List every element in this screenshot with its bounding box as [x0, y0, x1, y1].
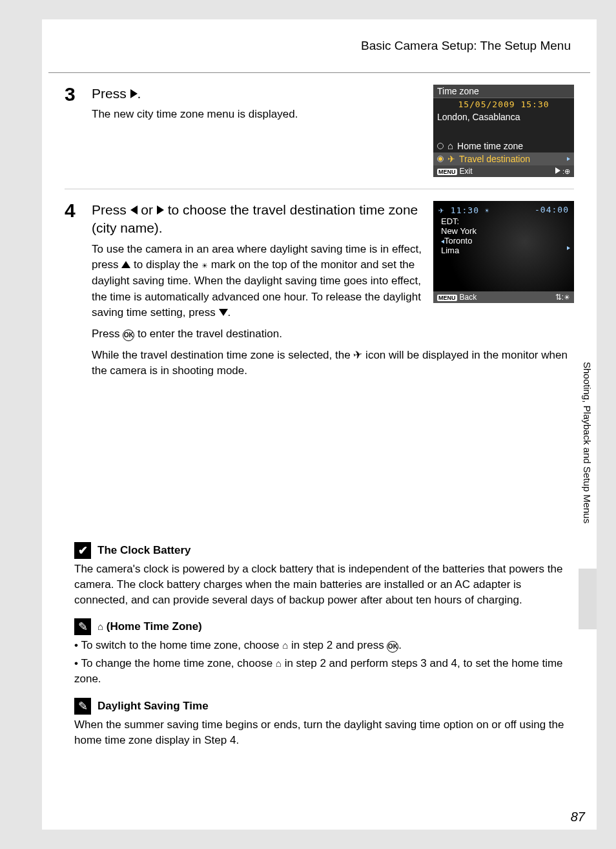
step-3-body: The new city time zone menu is displayed…	[92, 107, 422, 123]
menu-badge-icon: MENU	[437, 295, 457, 301]
note-clock-battery-text: The camera's clock is powered by a clock…	[74, 561, 564, 608]
step-4-para3: While the travel destination time zone i…	[92, 348, 574, 379]
lcd2-footer: MENUBack ⇅:☀	[433, 291, 574, 303]
right-arrow-icon	[130, 89, 138, 98]
step3-title-pre: Press	[92, 86, 130, 101]
p1d: .	[228, 306, 231, 319]
step-3: 3 Press . The new city time zone menu is…	[65, 73, 574, 189]
lcd2-offset: -04:00	[535, 205, 569, 215]
note-home-list: To switch to the home time zone, choose …	[74, 638, 564, 687]
ok-button-icon: OK	[123, 330, 134, 341]
lcd2-city: New York	[433, 226, 574, 236]
lcd-datetime: 15/05/2009 15:30	[433, 98, 574, 110]
home-title: (Home Time Zone)	[103, 620, 202, 633]
step-number: 4	[65, 201, 80, 384]
right-arrow-icon	[157, 205, 164, 215]
lcd-travel-label: Travel destination	[459, 154, 530, 164]
list-item: To switch to the home time zone, choose …	[74, 638, 564, 653]
step-4-title: Press or to choose the travel destinatio…	[92, 201, 422, 238]
plane-icon: ✈	[438, 205, 451, 215]
lcd-timezone-menu: Time zone 15/05/2009 15:30 London, Casab…	[433, 85, 574, 177]
dst-icon: ☀	[201, 262, 208, 269]
lcd2-tzname: EDT:	[433, 216, 574, 226]
manual-page: Basic Camera Setup: The Setup Menu 3 Pre…	[42, 19, 597, 830]
note-dst-heading: Daylight Saving Time	[74, 698, 564, 715]
lcd2-city2-label: Toronto	[444, 236, 472, 246]
p2b: to enter the travel destination.	[134, 328, 282, 340]
home-icon: ⌂	[98, 621, 103, 632]
plane-icon: ✈	[447, 154, 455, 164]
lcd2-back-label: Back	[460, 293, 477, 302]
li1c: .	[398, 639, 402, 651]
note-home-zone-heading: ⌂ (Home Time Zone)	[74, 618, 564, 635]
down-arrow-icon	[219, 309, 228, 316]
left-arrow-icon	[130, 205, 138, 215]
note-clock-battery-heading: ✔ The Clock Battery	[74, 542, 564, 559]
ok-button-icon: OK	[387, 641, 398, 653]
lcd2-city: Toronto	[433, 236, 574, 246]
lcd-worldmap: ✈ 11:30 ☀ -04:00 EDT: New York Toronto L…	[433, 201, 574, 303]
dst-title: Daylight Saving Time	[98, 700, 209, 713]
right-arrow-white-icon	[555, 167, 560, 174]
lcd-home-label: Home time zone	[457, 141, 523, 151]
step-4-para2: Press OK to enter the travel destination…	[92, 326, 574, 342]
note-icon	[74, 698, 91, 715]
breadcrumb: Basic Camera Setup: The Setup Menu	[42, 39, 597, 53]
lcd-title: Time zone	[433, 85, 574, 98]
lcd-city: London, Casablanca	[433, 110, 574, 123]
li2a: To change the home time zone, choose	[81, 657, 275, 669]
globe-icon: :⊕	[560, 167, 570, 175]
lcd-home-option: ⌂ Home time zone	[433, 139, 574, 152]
home-icon: ⌂	[276, 658, 282, 669]
right-arrow-small-icon	[567, 246, 570, 250]
p1b: to display the	[130, 258, 201, 271]
step-4-para1: To use the camera in an area where dayli…	[92, 242, 422, 321]
lcd-footer: MENUExit :⊕	[433, 165, 574, 177]
li1b: in step 2 and press	[288, 639, 387, 651]
step3-title-post: .	[138, 86, 141, 101]
step-3-title: Press .	[92, 85, 422, 103]
clock-title: The Clock Battery	[98, 544, 191, 557]
home-icon: ⌂	[282, 640, 288, 651]
lcd-travel-option: ✈ Travel destination	[433, 152, 574, 165]
note-dst-text: When the summer saving time begins or en…	[74, 717, 564, 748]
lcd-exit-label: Exit	[460, 167, 473, 176]
updown-dst-icon: ⇅:☀	[555, 293, 570, 302]
t4p1: Press	[92, 202, 130, 217]
caution-icon: ✔	[74, 542, 91, 559]
right-arrow-small-icon	[567, 157, 570, 161]
page-number: 87	[571, 810, 585, 824]
side-tab-label: Shooting, Playback and Setup Menus	[578, 342, 597, 543]
list-item: To change the home time zone, choose ⌂ i…	[74, 656, 564, 687]
lcd2-time: 11:30	[451, 205, 479, 215]
notes-section: ✔ The Clock Battery The camera's clock i…	[65, 542, 574, 748]
dst-icon: ☀	[485, 207, 490, 215]
p2a: Press	[92, 328, 123, 340]
step-4: 4 Press or to choose the travel destinat…	[65, 189, 574, 396]
radio-selected-icon	[437, 156, 444, 162]
side-tab-marker	[579, 569, 597, 629]
lcd2-city: Lima	[433, 246, 574, 255]
menu-badge-icon: MENU	[437, 169, 457, 175]
up-arrow-icon	[121, 261, 130, 268]
step-number: 3	[65, 85, 80, 177]
p3a: While the travel destination time zone i…	[92, 349, 353, 361]
li1a: To switch to the home time zone, choose	[81, 639, 282, 651]
home-icon: ⌂	[447, 140, 453, 151]
note-icon	[74, 618, 91, 635]
t4p2: or	[138, 202, 157, 217]
radio-unselected-icon	[437, 143, 444, 149]
content-area: 3 Press . The new city time zone menu is…	[48, 72, 590, 748]
